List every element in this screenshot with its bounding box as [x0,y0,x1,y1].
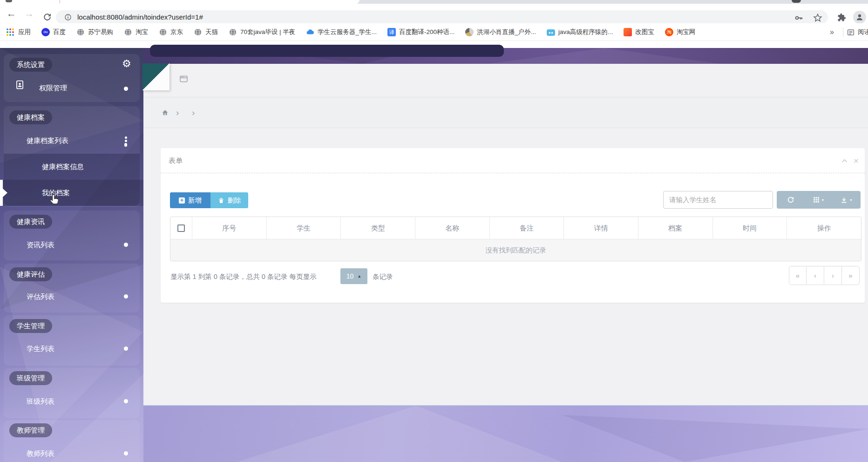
caret-down-icon: ▼ [821,198,825,202]
bookmark-java-programmer[interactable]: java高级程序猿的... [547,28,613,36]
reading-list-label[interactable]: 阅读清单 [858,23,868,41]
footer-band [143,406,868,462]
bookmark-jd[interactable]: 京东 [159,28,183,36]
bookmark-star-icon[interactable] [813,13,822,22]
tabstrip-right-icon [792,0,801,3]
sidebar-item-health-archive-list[interactable]: 健康档案列表 [27,136,68,145]
globe-icon [76,28,85,36]
bookmark-taobao[interactable]: 淘宝 [124,28,148,36]
header-cell: 类型 [340,217,415,239]
baidu-paw-icon: du [41,28,50,36]
pager-first-button[interactable]: « [789,266,807,285]
bookmarks-divider [843,27,843,37]
tab-favicon [6,0,12,2]
section-label-health-archive: 健康档案 [9,110,52,124]
menu-dot-icon [124,243,128,247]
browser-tab-strip [0,0,868,4]
forward-icon[interactable]: → [24,4,34,23]
apps-grid-icon [7,28,15,36]
header-dark-bar [150,45,504,57]
delete-button[interactable]: 删除 [210,192,248,208]
gear-icon[interactable]: ⚙ [122,58,131,70]
sidebar-item-class-list[interactable]: 班级列表 [27,397,54,406]
add-button[interactable]: + 新增 [170,192,210,208]
pager-next-button[interactable]: › [824,266,842,285]
bookmark-apps[interactable]: 应用 [7,28,31,36]
page-corner-fold [142,63,170,90]
export-button[interactable]: ▼ [833,191,861,209]
id-card-icon [15,79,25,90]
pagination-suffix: 条记录 [373,272,393,281]
profile-avatar[interactable] [853,11,866,24]
home-icon[interactable] [161,109,169,116]
cloud-icon [306,28,314,36]
bookmark-suning[interactable]: 苏宁易购 [76,28,113,36]
translate-icon: 译 [387,28,396,36]
menu-dot-icon [124,346,128,351]
bookmark-taobao-site[interactable]: 淘 淘宝网 [665,28,696,36]
page-size-dropdown[interactable]: 10 ▲ [340,268,367,284]
table-toolbar-group: ▼ ▼ [777,191,861,209]
collapse-icon[interactable] [841,157,848,164]
header-cell: 档案 [638,217,712,239]
active-item-arrow [3,189,7,197]
bookmark-baidu[interactable]: du 百度 [41,28,66,36]
header-cell: 学生 [266,217,341,239]
header-cell-select [170,217,192,239]
close-icon[interactable] [853,157,859,164]
chevron-right-icon: › [192,97,195,129]
search-input[interactable] [663,191,773,209]
screenshot-root: ← → localhost:8080/admin/toindex?userId=… [0,0,868,462]
menu-dot-icon [124,451,128,455]
section-label-system-settings: 系统设置 [9,58,52,72]
extensions-puzzle-icon[interactable] [837,13,846,22]
active-tab-bottom[interactable] [0,0,359,4]
header-cell: 时间 [712,217,787,239]
reading-list-icon[interactable] [847,28,855,36]
section-label-student-mgmt: 学生管理 [9,319,52,333]
sidebar-item-permissions[interactable]: 权限管理 [39,83,67,93]
columns-button[interactable]: ▼ [805,191,833,209]
bookmark-student-cloud[interactable]: 学生云服务器_学生... [306,28,377,36]
sidebar-item-teacher-list[interactable]: 教师列表 [27,449,54,458]
bookmarks-bar: 应用 du 百度 苏宁易购 淘宝 京东 天猫 [0,23,868,41]
active-item-highlight [0,180,143,206]
password-key-icon[interactable] [794,14,803,22]
back-icon[interactable]: ← [7,4,16,23]
breadcrumb: › › [143,97,868,128]
panel-title: 表单 [169,148,183,173]
bookmark-baidu-translate[interactable]: 译 百度翻译-200种语... [387,28,454,36]
bookmark-tmall[interactable]: 天猫 [194,28,218,36]
refresh-table-button[interactable] [777,191,805,209]
sidebar-item-health-archive-info[interactable]: 健康档案信息 [42,162,84,171]
sidebar-item-news-list[interactable]: 资讯列表 [27,240,54,250]
header-cell: 详情 [563,217,638,239]
bookmark-gaitubao[interactable]: 改图宝 [624,28,654,36]
pager-last-button[interactable]: » [842,266,860,285]
browser-toolbar: ← → localhost:8080/admin/toindex?userId=… [0,4,868,23]
section-label-teacher-mgmt: 教师管理 [9,423,52,437]
header-cell: 操作 [787,217,861,239]
bookmarks-overflow-chevron[interactable]: » [830,23,834,41]
url-text[interactable]: localhost:8080/admin/toindex?userId=1# [77,10,203,24]
header-cell: 备注 [489,217,564,239]
expanded-dots-icon [124,136,127,147]
tv-icon [547,29,555,36]
taobao-icon: 淘 [665,28,673,36]
sidebar-item-student-list[interactable]: 学生列表 [27,344,54,353]
window-tab-icon[interactable] [179,75,189,83]
bookmark-honghu-live[interactable]: 洪湖小肖直播_户外... [465,28,536,36]
person-icon [855,13,864,21]
site-info-icon[interactable] [64,14,72,21]
select-all-checkbox[interactable] [177,224,185,232]
trash-icon [218,197,224,204]
globe-icon [124,28,132,36]
table-header-row: 序号 学生 类型 名称 备注 详情 档案 时间 操作 [170,217,861,239]
globe-icon [159,28,167,36]
sidebar-item-my-archive[interactable]: 我的档案 [42,188,70,197]
bookmark-java-projects[interactable]: 70套java毕设 | 半夜 [229,28,295,36]
refresh-icon[interactable] [43,13,52,21]
globe-icon [194,28,202,36]
pager-prev-button[interactable]: ‹ [807,266,824,285]
sidebar-item-assess-list[interactable]: 评估列表 [27,292,54,301]
